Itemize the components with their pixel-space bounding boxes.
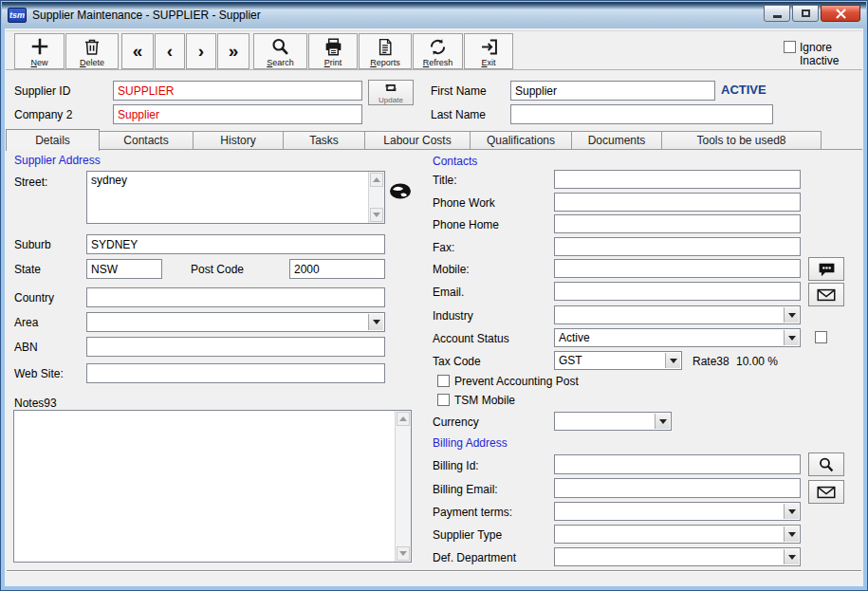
street-label: Street: (14, 175, 47, 189)
billing-id-search-button[interactable] (808, 452, 844, 476)
phone-work-field[interactable] (554, 193, 801, 212)
exit-button[interactable]: Exit (464, 33, 513, 69)
account-status-label: Account Status (433, 332, 509, 345)
phone-home-field[interactable] (554, 214, 801, 233)
reports-button[interactable]: Reports (359, 33, 412, 69)
scroll-down-icon[interactable] (397, 546, 410, 561)
update-button[interactable]: Update (368, 80, 414, 105)
street-scrollbar[interactable] (368, 172, 384, 223)
tab-labour-costs[interactable]: Labour Costs (365, 131, 471, 150)
billing-id-field[interactable] (554, 454, 801, 474)
report-document-icon (376, 35, 395, 58)
company2-field[interactable] (113, 104, 362, 124)
send-sms-button[interactable] (808, 257, 844, 281)
minimize-button[interactable] (764, 5, 790, 22)
street-field[interactable]: sydney (87, 172, 368, 223)
post-code-field[interactable] (289, 259, 385, 279)
abn-label: ABN (14, 341, 38, 354)
close-button[interactable] (821, 5, 860, 22)
chevron-down-icon[interactable] (784, 330, 799, 345)
chevron-down-icon[interactable] (665, 353, 680, 368)
ignore-inactive-checkbox-group[interactable]: Ignore Inactive (784, 41, 849, 67)
envelope-icon (817, 288, 836, 302)
rate-label: Rate38 (693, 355, 729, 368)
tab-qualifications[interactable]: Qualifications (471, 131, 572, 150)
tab-tasks[interactable]: Tasks (284, 131, 365, 150)
web-site-field[interactable] (86, 363, 385, 383)
billing-id-label: Billing Id: (433, 459, 479, 472)
chevron-down-icon[interactable] (784, 307, 799, 323)
title-label: Title: (433, 174, 457, 187)
scroll-down-icon[interactable] (370, 208, 383, 222)
account-status-select[interactable]: Active (554, 328, 801, 347)
send-email-button[interactable] (808, 283, 844, 306)
billing-email-field[interactable] (554, 478, 801, 498)
tab-contacts[interactable]: Contacts (100, 131, 194, 150)
notes-label: Notes93 (14, 397, 57, 410)
tax-code-select-value: GST (559, 354, 582, 367)
previous-record-button[interactable]: ‹ (155, 33, 185, 69)
chevron-down-icon[interactable] (784, 549, 799, 564)
ignore-inactive-checkbox[interactable] (784, 41, 796, 53)
tab-tools-to-be-used8[interactable]: Tools to be used8 (662, 131, 822, 150)
tab-documents[interactable]: Documents (572, 131, 662, 150)
def-department-label: Def. Department (433, 551, 516, 564)
search-button-label: Search (267, 58, 294, 67)
trash-icon (83, 35, 102, 58)
chevron-down-icon[interactable] (784, 504, 799, 519)
delete-button-label: Delete (80, 58, 104, 67)
tax-code-select[interactable]: GST (554, 351, 682, 370)
chevron-down-icon[interactable] (655, 414, 670, 429)
first-name-field[interactable] (510, 81, 715, 101)
title-field[interactable] (554, 170, 801, 189)
payment-terms-select[interactable] (554, 502, 801, 521)
reports-button-label: Reports (370, 58, 400, 67)
new-button[interactable]: New (14, 33, 65, 69)
next-record-button[interactable]: › (186, 33, 216, 69)
account-status-checkbox[interactable] (815, 331, 827, 343)
supplier-maintenance-window: tsm Supplier Maintenance - SUPPLIER - Su… (0, 0, 868, 591)
print-button[interactable]: Print (308, 33, 358, 69)
suburb-label: Suburb (14, 238, 51, 251)
chevron-down-icon[interactable] (368, 314, 383, 330)
notes-scrollbar[interactable] (395, 411, 411, 562)
search-button[interactable]: Search (253, 33, 307, 69)
tab-history[interactable]: History (194, 131, 284, 150)
refresh-icon (428, 35, 448, 58)
supplier-id-field[interactable] (113, 81, 362, 101)
update-button-label: Update (379, 97, 403, 104)
mobile-field[interactable] (554, 259, 801, 278)
first-record-button[interactable]: « (121, 33, 154, 69)
supplier-type-select[interactable] (554, 525, 801, 544)
first-name-label: First Name (431, 84, 487, 98)
refresh-button[interactable]: Refresh (413, 33, 463, 69)
area-select[interactable] (86, 312, 385, 332)
last-record-button[interactable]: » (217, 33, 249, 69)
email-field[interactable] (554, 282, 801, 301)
tsm-mobile-checkbox[interactable] (437, 394, 450, 406)
print-button-label: Print (324, 58, 342, 67)
state-field[interactable] (86, 259, 162, 279)
billing-email-send-button[interactable] (808, 480, 844, 504)
suburb-field[interactable] (86, 234, 385, 254)
prevent-accounting-post-checkbox[interactable] (437, 375, 450, 387)
country-field[interactable] (86, 287, 385, 307)
currency-select[interactable] (554, 412, 672, 431)
scroll-up-icon[interactable] (397, 412, 410, 426)
industry-select[interactable] (554, 305, 801, 324)
globe-map-icon[interactable] (389, 183, 412, 202)
tsm-app-icon: tsm (8, 8, 27, 23)
abn-field[interactable] (86, 337, 385, 357)
def-department-select[interactable] (554, 547, 801, 566)
last-name-field[interactable] (510, 104, 773, 124)
payment-terms-label: Payment terms: (433, 506, 512, 519)
tab-details[interactable]: Details (6, 129, 100, 151)
scroll-up-icon[interactable] (370, 173, 383, 187)
delete-button[interactable]: Delete (65, 33, 119, 69)
maximize-button[interactable] (792, 5, 819, 22)
prevent-accounting-post-label: Prevent Accounting Post (454, 375, 579, 388)
notes-field[interactable] (14, 411, 395, 562)
fax-field[interactable] (554, 237, 801, 256)
chevron-down-icon[interactable] (784, 526, 799, 542)
titlebar[interactable]: tsm Supplier Maintenance - SUPPLIER - Su… (2, 2, 866, 28)
